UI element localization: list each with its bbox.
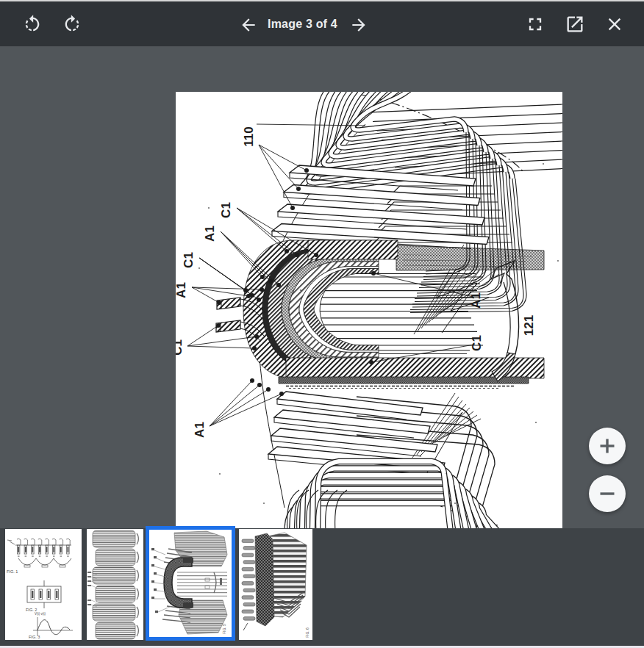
svg-text:C1: C1 bbox=[176, 339, 185, 356]
svg-text:C1: C1 bbox=[470, 335, 484, 351]
svg-text:FIG. 1: FIG. 1 bbox=[7, 569, 18, 574]
svg-text:FIG. 6: FIG. 6 bbox=[305, 627, 310, 638]
svg-text:A1: A1 bbox=[203, 226, 217, 242]
svg-text:C1: C1 bbox=[219, 202, 233, 218]
svg-text:A1: A1 bbox=[176, 282, 188, 298]
svg-text:121: 121 bbox=[522, 315, 536, 336]
svg-text:FIG. 3: FIG. 3 bbox=[29, 635, 40, 639]
svg-text:FIG. 5: FIG. 5 bbox=[222, 624, 226, 634]
svg-text:V(t) v(t): V(t) v(t) bbox=[35, 612, 46, 616]
svg-text:110: 110 bbox=[242, 126, 256, 146]
svg-text:A1: A1 bbox=[193, 422, 207, 438]
svg-text:A1: A1 bbox=[469, 292, 483, 309]
svg-text:C1: C1 bbox=[182, 252, 196, 268]
